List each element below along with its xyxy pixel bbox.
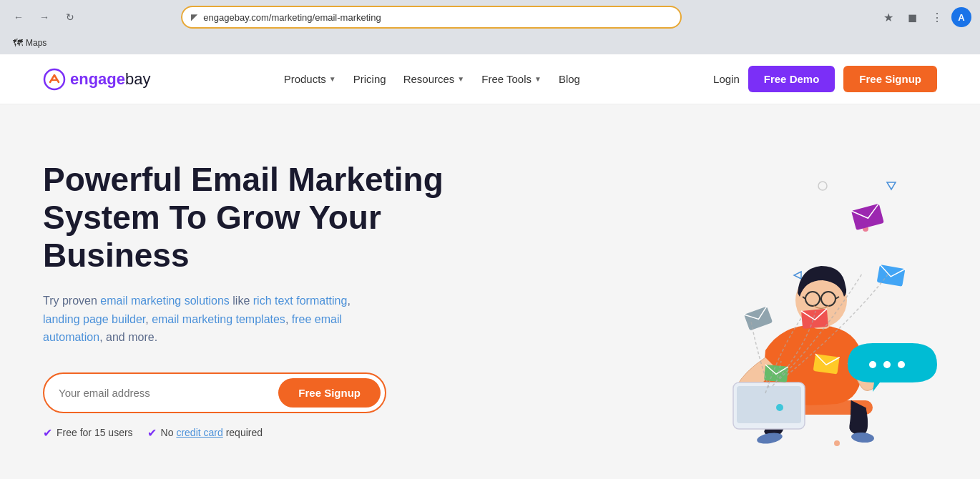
trust-badges: ✔ Free for 15 users ✔ No credit card req… [43, 426, 508, 440]
menu-button[interactable]: ⋮ [927, 7, 947, 27]
products-link[interactable]: Products ▼ [284, 73, 336, 85]
logo-bay: bay [125, 70, 150, 88]
bookmark-maps[interactable]: 🗺 Maps [9, 36, 51, 50]
forward-button[interactable]: → [34, 7, 54, 27]
email-marketing-illustration [508, 143, 937, 458]
free-tools-link[interactable]: Free Tools ▼ [481, 73, 542, 85]
resources-chevron: ▼ [457, 75, 464, 83]
navbar: engagebay Products ▼ Pricing Resources ▼… [0, 54, 980, 104]
maps-label: Maps [26, 38, 46, 48]
templates-link[interactable]: email marketing templates [152, 313, 285, 325]
bookmark-star-button[interactable]: ★ [878, 7, 898, 27]
svg-rect-20 [813, 354, 840, 374]
hero-section: Powerful Email Marketing System To Grow … [0, 104, 980, 479]
refresh-button[interactable]: ↻ [60, 7, 80, 27]
address-bar-container: ◤ engagebay.com/marketing/email-marketin… [181, 6, 682, 29]
logo[interactable]: engagebay [43, 68, 151, 91]
landing-page-link[interactable]: landing page builder [43, 313, 145, 325]
hero-description: Try proven email marketing solutions lik… [43, 292, 386, 347]
browser-actions: ★ ◼ ⋮ A [878, 7, 971, 27]
browser-chrome: ← → ↻ ◤ engagebay.com/marketing/email-ma… [0, 0, 980, 54]
free-tools-chevron: ▼ [534, 75, 542, 83]
hero-content: Powerful Email Marketing System To Grow … [43, 161, 508, 439]
tab-icon: ◤ [191, 12, 197, 22]
hero-illustration [508, 143, 937, 458]
svg-marker-3 [887, 182, 896, 189]
hero-title: Powerful Email Marketing System To Grow … [43, 161, 508, 275]
logo-text: engagebay [70, 70, 151, 89]
svg-marker-4 [794, 272, 801, 279]
website-content: engagebay Products ▼ Pricing Resources ▼… [0, 54, 980, 479]
check-icon-1: ✔ [43, 426, 52, 440]
free-signup-button[interactable]: Free Signup [278, 378, 381, 408]
badge1-text: Free for 15 users [57, 427, 133, 438]
maps-icon: 🗺 [13, 37, 23, 49]
badge-no-credit: ✔ No credit card required [147, 426, 263, 440]
products-chevron: ▼ [329, 75, 336, 83]
browser-toolbar: ← → ↻ ◤ engagebay.com/marketing/email-ma… [0, 0, 980, 34]
extensions-button[interactable]: ◼ [903, 7, 923, 27]
credit-card-link[interactable]: credit card [176, 427, 222, 438]
svg-point-1 [818, 182, 827, 190]
svg-rect-21 [744, 306, 773, 330]
resources-link[interactable]: Resources ▼ [403, 73, 465, 85]
nav-links: Products ▼ Pricing Resources ▼ Free Tool… [284, 73, 580, 85]
svg-point-23 [776, 404, 783, 411]
rich-text-link[interactable]: rich text formatting [253, 295, 348, 307]
free-demo-button[interactable]: Free Demo [748, 66, 836, 92]
url-text: engagebay.com/marketing/email-marketing [203, 12, 381, 23]
address-bar[interactable]: ◤ engagebay.com/marketing/email-marketin… [181, 6, 682, 29]
svg-point-16 [898, 361, 905, 368]
svg-point-14 [869, 361, 876, 368]
svg-point-15 [883, 361, 891, 368]
logo-icon [43, 68, 66, 91]
bookmarks-bar: 🗺 Maps [0, 34, 980, 54]
email-input[interactable] [59, 387, 278, 399]
badge2-text: No credit card required [161, 427, 263, 438]
blog-link[interactable]: Blog [559, 73, 580, 85]
svg-rect-13 [737, 386, 801, 423]
back-button[interactable]: ← [9, 7, 29, 27]
profile-button[interactable]: A [951, 7, 971, 27]
svg-point-24 [834, 440, 840, 446]
check-icon-2: ✔ [147, 426, 157, 440]
login-link[interactable]: Login [713, 73, 740, 85]
pricing-link[interactable]: Pricing [353, 73, 386, 85]
logo-engage: engage [70, 70, 125, 88]
svg-rect-17 [851, 204, 884, 230]
badge-free-users: ✔ Free for 15 users [43, 426, 133, 440]
nav-actions: Login Free Demo Free Signup [713, 66, 937, 92]
signup-form: Free Signup [43, 372, 386, 413]
email-marketing-link[interactable]: email marketing solutions [100, 295, 230, 307]
free-signup-nav-button[interactable]: Free Signup [843, 66, 937, 92]
